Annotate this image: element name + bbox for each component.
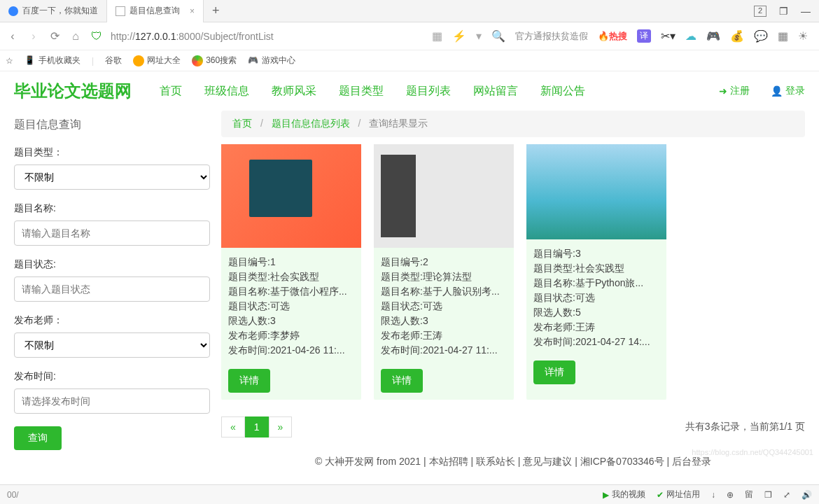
status-fullscreen[interactable]: ⤢ (783, 490, 790, 500)
scissors-icon[interactable]: ✂▾ (661, 29, 676, 43)
sidebar-title: 题目信息查询 (14, 118, 210, 132)
coin-icon[interactable]: 💰 (730, 29, 744, 43)
card-name: 题目名称:基于Python旅... (533, 276, 659, 290)
card-teacher: 发布老师:王涛 (533, 320, 659, 335)
status-sound[interactable]: 🔊 (802, 490, 812, 500)
site-logo[interactable]: 毕业论文选题网 (14, 80, 132, 102)
flash-icon[interactable]: ⚡ (452, 29, 466, 43)
status-credit[interactable]: ✔网址信用 (657, 489, 700, 500)
reload-button[interactable]: ⟳ (48, 29, 62, 43)
card-status: 题目状态:可选 (533, 290, 659, 305)
card-limit: 限选人数:3 (381, 314, 507, 328)
cloud-icon[interactable]: ☁ (685, 29, 696, 43)
detail-button[interactable]: 详情 (533, 360, 575, 384)
bookmark-google[interactable]: 谷歌 (105, 55, 122, 66)
url-input[interactable]: http://127.0.0.1:8000/Subject/frontList (111, 31, 274, 42)
teacher-select[interactable]: 不限制 (14, 332, 210, 358)
detail-button[interactable]: 详情 (381, 369, 423, 393)
card-limit: 限选人数:3 (228, 314, 354, 328)
bookmark-sites[interactable]: 网址大全 (133, 55, 181, 66)
page-current[interactable]: 1 (245, 416, 269, 438)
settings-icon[interactable]: ☀ (798, 29, 808, 43)
card-body: 题目编号:3 题目类型:社会实践型 题目名称:基于Python旅... 题目状态… (526, 239, 666, 356)
card-id: 题目编号:1 (228, 255, 354, 270)
play-icon: ▶ (603, 490, 609, 500)
close-icon[interactable]: × (190, 6, 195, 16)
type-select[interactable]: 不限制 (14, 164, 210, 190)
card-time: 发布时间:2021-04-27 14:... (533, 335, 659, 349)
card-image (221, 144, 361, 248)
tab-title: 百度一下，你就知道 (22, 5, 98, 17)
back-button[interactable]: ‹ (6, 30, 20, 43)
nav-teacher[interactable]: 教师风采 (272, 84, 316, 99)
subject-card: 题目编号:3 题目类型:社会实践型 题目名称:基于Python旅... 题目状态… (526, 144, 666, 400)
status-note[interactable]: 留 (745, 489, 753, 500)
qr-icon[interactable]: ▦ (432, 29, 442, 43)
status-zoom[interactable]: ⊕ (727, 490, 734, 500)
query-button[interactable]: 查询 (14, 426, 62, 450)
watermark: https://blog.csdn.net/QQ344245001 (692, 448, 813, 456)
minimize-icon[interactable]: — (801, 6, 811, 17)
bookmark-360[interactable]: 360搜索 (192, 55, 237, 66)
bookmark-phone[interactable]: 📱手机收藏夹 (24, 55, 80, 66)
search-hint[interactable]: 官方通报扶贫造假 (515, 30, 588, 43)
chat-icon[interactable]: 💬 (754, 29, 768, 43)
card-limit: 限选人数:5 (533, 305, 659, 320)
search-icon[interactable]: 🔍 (491, 29, 505, 43)
breadcrumb-home[interactable]: 首页 (232, 118, 252, 129)
card-body: 题目编号:2 题目类型:理论算法型 题目名称:基于人脸识别考... 题目状态:可… (374, 248, 514, 365)
card-row: 题目编号:1 题目类型:社会实践型 题目名称:基于微信小程序... 题目状态:可… (221, 144, 805, 400)
nav-home[interactable]: 首页 (160, 84, 182, 99)
status-video[interactable]: ▶我的视频 (603, 489, 645, 500)
translate-icon[interactable]: 译 (637, 29, 651, 43)
game-icon[interactable]: 🎮 (706, 29, 720, 43)
forward-button[interactable]: › (27, 30, 41, 43)
date-input[interactable] (14, 388, 210, 414)
shield-icon[interactable]: 🛡 (90, 30, 104, 43)
main-nav: 首页 班级信息 教师风采 题目类型 题目列表 网站留言 新闻公告 (160, 84, 585, 99)
status-text: 00/ (7, 490, 19, 500)
home-button[interactable]: ⌂ (69, 30, 83, 43)
card-time: 发布时间:2021-04-26 11:... (228, 343, 354, 358)
nav-list[interactable]: 题目列表 (406, 84, 451, 99)
site-header: 毕业论文选题网 首页 班级信息 教师风采 题目类型 题目列表 网站留言 新闻公告… (0, 71, 819, 111)
nav-type[interactable]: 题目类型 (339, 84, 384, 99)
address-bar: ‹ › ⟳ ⌂ 🛡 http://127.0.0.1:8000/Subject/… (0, 22, 819, 50)
status-pip[interactable]: ❐ (764, 490, 772, 500)
star-icon[interactable]: ☆ (6, 56, 13, 66)
breadcrumb: 首页 / 题目信息信息列表 / 查询结果显示 (221, 111, 805, 137)
breadcrumb-list[interactable]: 题目信息信息列表 (272, 118, 350, 129)
browser-tab-0[interactable]: 百度一下，你就知道 (0, 0, 107, 22)
nav-class[interactable]: 班级信息 (204, 84, 249, 99)
detail-button[interactable]: 详情 (228, 369, 270, 393)
hot-badge[interactable]: 🔥热搜 (598, 30, 627, 43)
dropdown-icon[interactable]: ▾ (476, 29, 482, 43)
card-name: 题目名称:基于微信小程序... (228, 284, 354, 299)
card-name: 题目名称:基于人脸识别考... (381, 284, 507, 299)
page-content: 毕业论文选题网 首页 班级信息 教师风采 题目类型 题目列表 网站留言 新闻公告… (0, 71, 819, 477)
subject-card: 题目编号:2 题目类型:理论算法型 题目名称:基于人脸识别考... 题目状态:可… (374, 144, 514, 400)
name-input[interactable] (14, 220, 210, 246)
window-count[interactable]: 2 (754, 6, 766, 17)
new-tab-button[interactable]: + (204, 4, 228, 18)
user-icon: 👤 (771, 85, 783, 97)
browser-tab-1[interactable]: 题目信息查询 × (107, 0, 204, 22)
status-input[interactable] (14, 276, 210, 302)
teacher-label: 发布老师： (14, 314, 210, 327)
nav-news[interactable]: 新闻公告 (540, 84, 585, 99)
register-link[interactable]: ➜注册 (719, 85, 750, 97)
restore-icon[interactable]: ❐ (779, 6, 788, 17)
login-link[interactable]: 👤登录 (771, 85, 805, 97)
browser-tab-bar: 百度一下，你就知道 题目信息查询 × + 2 ❐ — (0, 0, 819, 22)
tab-title: 题目信息查询 (130, 5, 180, 17)
apps-icon[interactable]: ▦ (778, 29, 788, 43)
browser-status-bar: 00/ ▶我的视频 ✔网址信用 ↓ ⊕ 留 ❐ ⤢ 🔊 (0, 484, 819, 504)
page-next[interactable]: » (269, 416, 293, 438)
main-area: 首页 / 题目信息信息列表 / 查询结果显示 题目编号:1 题目类型:社会实践型… (221, 111, 805, 477)
nav-message[interactable]: 网站留言 (473, 84, 518, 99)
gamepad-icon: 🎮 (248, 55, 259, 66)
bookmark-games[interactable]: 🎮游戏中心 (248, 55, 295, 66)
badge-icon: ✔ (657, 490, 664, 500)
status-download[interactable]: ↓ (711, 490, 715, 500)
page-prev[interactable]: « (221, 416, 245, 438)
